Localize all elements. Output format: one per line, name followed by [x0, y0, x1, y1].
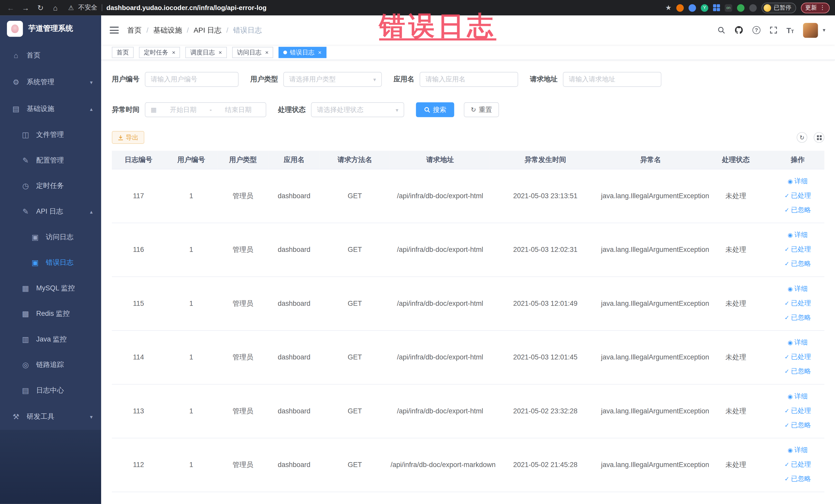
fullscreen-icon[interactable]: [770, 26, 777, 34]
breadcrumb-separator: /: [226, 26, 228, 34]
tab-home[interactable]: 首页: [112, 47, 134, 58]
extension-icon[interactable]: [688, 4, 696, 12]
tab-access-log[interactable]: 访问日志 ×: [232, 47, 273, 58]
sidebar-item-access-log[interactable]: ▣ 访问日志: [0, 224, 101, 250]
mark-processed-link[interactable]: ✓已处理: [772, 188, 824, 203]
sidebar-item-error-log[interactable]: ▣ 错误日志: [0, 250, 101, 276]
breadcrumb-home[interactable]: 首页: [127, 25, 142, 35]
file-icon: ◫: [21, 130, 30, 139]
avatar-caret-down-icon[interactable]: ▾: [823, 27, 825, 33]
sidebar-item-mysql-monitor[interactable]: ▦ MySQL 监控: [0, 276, 101, 301]
breadcrumb-api-log[interactable]: API 日志: [194, 25, 222, 35]
breadcrumb-infrastructure[interactable]: 基础设施: [153, 25, 182, 35]
detail-link[interactable]: ◉详细: [772, 443, 824, 458]
mark-processed-link[interactable]: ✓已处理: [772, 458, 824, 472]
detail-link[interactable]: ◉详细: [772, 282, 824, 296]
update-button[interactable]: 更新 ⋮: [801, 2, 830, 13]
search-button[interactable]: 搜索: [416, 102, 454, 117]
sidebar-item-home[interactable]: ⌂ 首页: [0, 42, 101, 69]
refresh-table-button[interactable]: ↻: [797, 132, 807, 143]
close-icon[interactable]: ×: [172, 49, 175, 56]
app-logo[interactable]: 芋道管理系统: [0, 15, 101, 42]
browser-home-icon[interactable]: ⌂: [50, 3, 61, 12]
close-icon[interactable]: ×: [318, 49, 321, 56]
cell-log-id: 114: [112, 330, 165, 384]
tab-scheduled-tasks[interactable]: 定时任务 ×: [139, 47, 180, 58]
browser-reload-icon[interactable]: ↻: [35, 3, 46, 12]
close-icon[interactable]: ×: [265, 49, 268, 56]
cell-log-id: 112: [112, 438, 165, 492]
mark-ignored-link[interactable]: ✓已忽略: [772, 203, 824, 217]
export-button[interactable]: 导出: [112, 131, 144, 144]
mark-ignored-link[interactable]: ✓已忽略: [772, 311, 824, 325]
extension-icon[interactable]: [676, 4, 684, 12]
reset-button[interactable]: ↻ 重置: [464, 102, 499, 117]
check-icon: ✓: [785, 260, 789, 267]
cell-user-type: 管理员: [218, 169, 268, 223]
eye-icon: ◉: [788, 178, 793, 185]
paused-badge[interactable]: 已暂停: [761, 2, 796, 13]
sidebar-item-config-management[interactable]: ✎ 配置管理: [0, 148, 101, 173]
cell-actions: ◉详细 ✓已处理 ✓已忽略: [771, 330, 824, 384]
sidebar-item-scheduled-tasks[interactable]: ◷ 定时任务: [0, 173, 101, 199]
app-name-input[interactable]: [420, 72, 518, 87]
detail-link[interactable]: ◉详细: [772, 336, 824, 350]
tab-schedule-log[interactable]: 调度日志 ×: [186, 47, 227, 58]
chevron-up-icon: ▴: [90, 208, 93, 215]
browser-forward-icon[interactable]: →: [20, 3, 31, 12]
mark-ignored-link[interactable]: ✓已忽略: [772, 257, 824, 271]
mark-ignored-link[interactable]: ✓已忽略: [772, 472, 824, 486]
user-type-select[interactable]: 请选择用户类型 ▾: [283, 72, 382, 87]
trace-icon: ◎: [21, 361, 30, 369]
sidebar-item-java-monitor[interactable]: ▥ Java 监控: [0, 327, 101, 352]
extension-on-icon[interactable]: on: [725, 4, 732, 12]
hamburger-icon[interactable]: [109, 27, 119, 34]
column-settings-button[interactable]: [814, 132, 824, 143]
search-icon[interactable]: [717, 26, 725, 34]
filter-row-2: 异常时间 ▦ 开始日期 - 结束日期 处理状态 请选择处理状态 ▾: [112, 102, 824, 117]
sidebar-item-label: 研发工具: [27, 412, 55, 421]
date-range-picker[interactable]: ▦ 开始日期 - 结束日期: [145, 102, 266, 117]
process-status-select[interactable]: 请选择处理状态 ▾: [311, 102, 404, 117]
sidebar-item-link-trace[interactable]: ◎ 链路追踪: [0, 352, 101, 378]
extension-grid-icon[interactable]: [713, 4, 720, 11]
tab-error-log[interactable]: 错误日志 ×: [279, 47, 326, 58]
browser-back-icon[interactable]: ←: [5, 3, 16, 12]
user-id-input[interactable]: [145, 72, 239, 87]
detail-link[interactable]: ◉详细: [772, 174, 824, 188]
mark-processed-link[interactable]: ✓已处理: [772, 350, 824, 364]
mark-processed-link[interactable]: ✓已处理: [772, 404, 824, 418]
extension-icon[interactable]: Y: [701, 4, 708, 12]
sidebar-item-label: API 日志: [36, 207, 63, 216]
logo-rabbit-icon: [7, 21, 23, 37]
github-icon[interactable]: [734, 26, 744, 35]
mark-ignored-link[interactable]: ✓已忽略: [772, 418, 824, 432]
detail-link[interactable]: ◉详细: [772, 228, 824, 242]
sidebar-item-system-management[interactable]: ⚙ 系统管理 ▾: [0, 69, 101, 96]
sidebar-item-file-management[interactable]: ◫ 文件管理: [0, 122, 101, 148]
address-bar[interactable]: ⚠ 不安全 dashboard.yudao.iocoder.cn/infra/l…: [68, 3, 661, 12]
detail-link[interactable]: ◉详细: [772, 389, 824, 404]
mark-processed-link[interactable]: ✓已处理: [772, 242, 824, 257]
sidebar-item-log-center[interactable]: ▤ 日志中心: [0, 378, 101, 403]
table-row: 116 1 管理员 dashboard GET /api/infra/db-do…: [112, 223, 824, 277]
close-icon[interactable]: ×: [219, 49, 222, 56]
action-label: 已忽略: [791, 421, 811, 430]
mark-ignored-link[interactable]: ✓已忽略: [772, 364, 824, 379]
action-label: 详细: [794, 177, 808, 186]
font-size-icon[interactable]: TT: [787, 26, 794, 34]
sidebar-item-api-log[interactable]: ✎ API 日志 ▴: [0, 199, 101, 224]
sidebar-item-redis-monitor[interactable]: ▩ Redis 监控: [0, 301, 101, 327]
request-url-input[interactable]: [563, 72, 661, 87]
extension-icon[interactable]: [737, 4, 745, 12]
sidebar-item-dev-tools[interactable]: ⚒ 研发工具 ▾: [0, 403, 101, 430]
extension-pin-icon[interactable]: [749, 4, 757, 12]
cell-user-id: 1: [165, 330, 217, 384]
bookmark-star-icon[interactable]: ★: [665, 4, 672, 12]
help-icon[interactable]: ?: [752, 26, 760, 34]
action-label: 已处理: [791, 460, 811, 469]
check-icon: ✓: [785, 461, 789, 468]
user-avatar[interactable]: [803, 23, 818, 38]
mark-processed-link[interactable]: ✓已处理: [772, 296, 824, 310]
sidebar-item-infrastructure[interactable]: ▤ 基础设施 ▴: [0, 95, 101, 122]
